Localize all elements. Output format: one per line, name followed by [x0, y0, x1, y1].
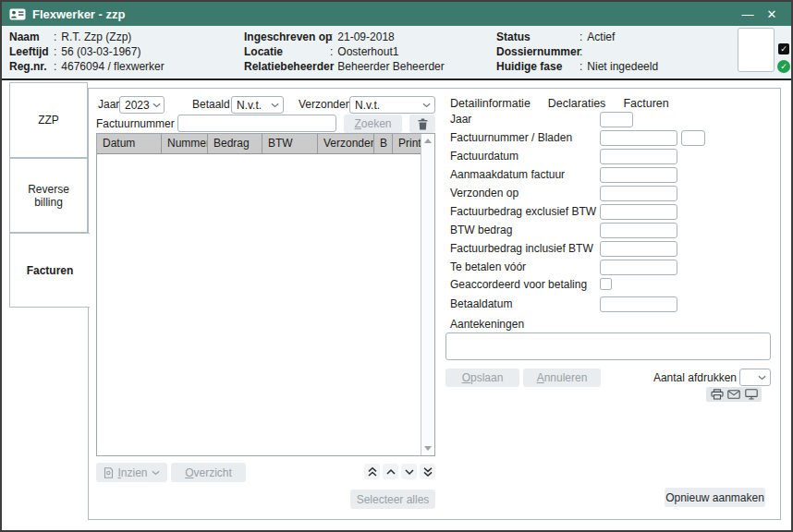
- table-header-row: Datum Nummer Bedrag BTW Verzonden B Prin…: [97, 134, 434, 154]
- tab-facturen-active[interactable]: Facturen: [9, 233, 90, 308]
- detail-tab-facturen[interactable]: Facturen: [623, 97, 668, 110]
- column-header-datum[interactable]: Datum: [97, 134, 162, 153]
- jaar-input[interactable]: [600, 112, 633, 127]
- email-icon[interactable]: [727, 390, 740, 399]
- previous-record-button[interactable]: [383, 464, 398, 479]
- column-header-bedrag[interactable]: Bedrag: [208, 134, 262, 153]
- chevron-down-icon: [152, 470, 160, 476]
- aantal-afdrukken-label: Aantal afdrukken: [641, 369, 737, 386]
- aantekeningen-textarea[interactable]: [445, 332, 771, 360]
- jaar-label: Jaar: [450, 112, 471, 127]
- status-ok-icon: ✓: [777, 60, 790, 73]
- person-header: Naam:R.T. Zzp (Zzp) Leeftijd:56 (03-03-1…: [2, 26, 791, 80]
- annuleren-button[interactable]: Annuleren: [523, 369, 601, 387]
- geaccordeerd-checkbox[interactable]: [600, 278, 612, 290]
- chevron-down-icon: [758, 375, 766, 381]
- column-header-btw[interactable]: BTW: [262, 134, 318, 153]
- photo-placeholder: [738, 28, 775, 72]
- header-column-3: Status:Actief Dossiernummer: Huidige fas…: [496, 30, 658, 74]
- field-label: Locatie: [244, 44, 330, 59]
- aantal-afdrukken-select[interactable]: [739, 369, 771, 386]
- column-header-b[interactable]: B: [374, 134, 393, 153]
- factuurdatum-label: Factuurdatum: [450, 149, 518, 164]
- close-button[interactable]: ✕: [760, 4, 784, 24]
- betaaldatum-label: Betaaldatum: [450, 296, 512, 312]
- clear-search-button[interactable]: [409, 115, 435, 133]
- monitor-icon[interactable]: [745, 389, 758, 400]
- chevron-up-icon: [385, 466, 396, 478]
- chevron-down-icon: [404, 466, 415, 478]
- bedrag-exclusief-input[interactable]: [600, 204, 677, 220]
- double-chevron-up-icon: [367, 466, 378, 478]
- factuurdatum-input[interactable]: [600, 149, 677, 164]
- id-card-icon: [9, 8, 26, 20]
- table-scrollbar[interactable]: [421, 134, 434, 455]
- jaar-select[interactable]: 2023: [119, 96, 165, 114]
- tab-reverse-billing[interactable]: Reverse billing: [9, 158, 88, 233]
- titlebar[interactable]: Flexwerker - zzp — ✕: [2, 2, 791, 26]
- te-betalen-voor-input[interactable]: [600, 260, 677, 275]
- factuurnummer-bladen-label: Factuurnummer / Bladen: [450, 130, 572, 146]
- output-options-strip: [706, 387, 762, 402]
- scroll-up-icon[interactable]: [421, 134, 434, 148]
- column-header-print[interactable]: Print: [393, 134, 422, 153]
- window-title: Flexwerker - zzp: [32, 7, 736, 21]
- zoeken-button[interactable]: Zoeken: [344, 115, 402, 133]
- opslaan-button[interactable]: Opslaan: [445, 369, 519, 387]
- verzonden-select[interactable]: N.v.t.: [349, 96, 435, 114]
- checked-checkbox-icon[interactable]: ✓: [778, 43, 789, 54]
- field-value: 56 (03-03-1967): [61, 44, 140, 59]
- bedrag-exclusief-label: Factuurbedrag exclusief BTW: [450, 204, 596, 220]
- betaaldatum-input[interactable]: [600, 296, 677, 312]
- main-area: ZZP Reverse billing Facturen Jaar 2023 B…: [2, 80, 791, 530]
- last-record-button[interactable]: [420, 464, 435, 479]
- field-label: Naam: [9, 30, 54, 44]
- facturen-panel: Jaar 2023 Betaald N.v.t. Verzonden N.v.t…: [88, 88, 781, 520]
- opnieuw-aanmaken-button[interactable]: Opnieuw aanmaken: [665, 488, 765, 507]
- app-window: Flexwerker - zzp — ✕ Naam:R.T. Zzp (Zzp)…: [0, 0, 793, 532]
- field-value: Oosterhout1: [337, 44, 398, 59]
- inzien-dropdown-button[interactable]: Inzien: [96, 463, 167, 482]
- chevron-down-icon: [422, 103, 431, 108]
- column-header-verzonden[interactable]: Verzonden: [318, 134, 374, 153]
- verzonden-op-input[interactable]: [600, 186, 677, 201]
- invoices-table: Datum Nummer Bedrag BTW Verzonden B Prin…: [96, 133, 435, 456]
- field-value: R.T. Zzp (Zzp): [61, 30, 131, 44]
- field-value: 21-09-2018: [337, 30, 394, 44]
- next-record-button[interactable]: [401, 464, 417, 479]
- verzonden-filter-label: Verzonden: [299, 96, 351, 113]
- selecteer-alles-button[interactable]: Selecteer alles: [350, 490, 435, 509]
- factuurnummer-filter-label: Factuurnummer: [96, 115, 175, 132]
- column-header-nummer[interactable]: Nummer: [162, 134, 208, 153]
- aanmaakdatum-label: Aanmaakdatum factuur: [450, 167, 565, 183]
- overzicht-button[interactable]: Overzicht: [171, 463, 246, 482]
- field-label: Relatiebeheerder: [244, 59, 330, 74]
- field-label: Leeftijd: [9, 44, 54, 59]
- detail-tab-detailinformatie[interactable]: Detailinformatie: [450, 97, 531, 110]
- printer-icon[interactable]: [711, 389, 724, 400]
- detail-tab-declaraties[interactable]: Declaraties: [548, 97, 606, 110]
- header-column-1: Naam:R.T. Zzp (Zzp) Leeftijd:56 (03-03-1…: [9, 30, 165, 74]
- aanmaakdatum-input[interactable]: [600, 167, 677, 183]
- tab-zzp[interactable]: ZZP: [9, 82, 88, 158]
- verzonden-op-label: Verzonden op: [450, 186, 518, 201]
- aantekeningen-label: Aantekeningen: [450, 318, 524, 331]
- minimize-button[interactable]: —: [736, 4, 760, 24]
- field-label: Reg.nr.: [9, 59, 54, 74]
- bedrag-inclusief-input[interactable]: [600, 241, 677, 257]
- first-record-button[interactable]: [364, 464, 380, 479]
- field-label: Dossiernummer: [496, 44, 580, 59]
- bladen-input[interactable]: [681, 130, 705, 146]
- bedrag-inclusief-label: Factuurbedrag inclusief BTW: [450, 241, 593, 257]
- factuurnummer-input[interactable]: [177, 115, 336, 132]
- jaar-filter-label: Jaar: [98, 96, 119, 113]
- factuurnummer-detail-input[interactable]: [600, 130, 677, 146]
- field-label: Huidige fase: [496, 59, 580, 74]
- field-label: Status: [496, 30, 580, 44]
- scroll-down-icon[interactable]: [421, 441, 434, 455]
- te-betalen-voor-label: Te betalen vóór: [450, 260, 526, 275]
- btw-bedrag-input[interactable]: [600, 223, 677, 238]
- geaccordeerd-label: Geaccordeerd voor betaling: [450, 277, 587, 293]
- betaald-select[interactable]: N.v.t.: [231, 96, 284, 114]
- betaald-filter-label: Betaald: [192, 96, 230, 113]
